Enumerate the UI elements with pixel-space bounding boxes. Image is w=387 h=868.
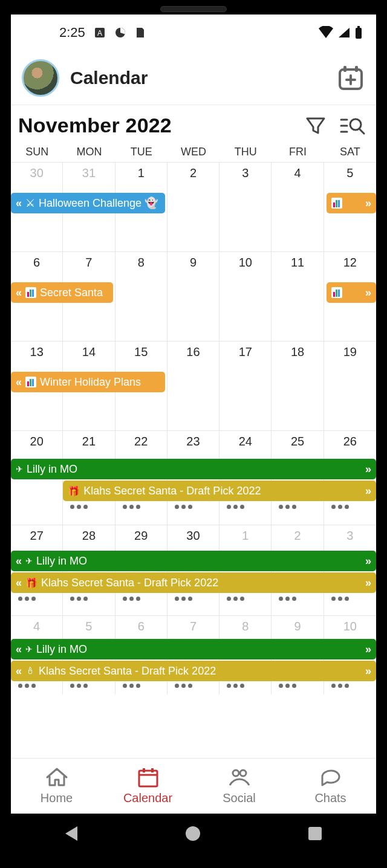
day-number: 10 — [324, 620, 376, 633]
event-orange-continue[interactable]: » — [327, 282, 376, 303]
day-number: 4 — [272, 166, 323, 180]
add-calendar-icon[interactable] — [336, 63, 365, 92]
day-cell[interactable]: 19 — [324, 342, 376, 430]
airplane-icon: ✈ — [25, 556, 33, 566]
filter-icon[interactable] — [305, 115, 327, 137]
tab-calendar[interactable]: Calendar — [102, 759, 194, 814]
home-icon — [45, 767, 69, 788]
more-events-row — [11, 684, 376, 688]
tab-social[interactable]: Social — [194, 759, 285, 814]
more-dots[interactable] — [63, 505, 115, 509]
tab-label: Social — [223, 791, 255, 805]
more-dots[interactable] — [220, 597, 272, 601]
more-dots[interactable] — [63, 597, 115, 601]
bottom-tabs: Home Calendar Social Chats — [11, 758, 376, 814]
search-list-icon[interactable] — [339, 115, 365, 137]
avatar[interactable] — [22, 59, 59, 97]
event-lilly[interactable]: ✈ Lilly in MO » — [11, 459, 376, 479]
event-halloween[interactable]: « ⚔ Halloween Challenge 👻 — [11, 193, 165, 213]
weekday-mon: MON — [63, 146, 115, 158]
day-cell[interactable]: 2 — [167, 163, 220, 251]
event-winter-holiday[interactable]: « Winter Holiday Plans — [11, 372, 165, 392]
event-orange-continue[interactable]: » — [327, 193, 376, 213]
more-dots[interactable] — [272, 684, 324, 688]
svg-rect-3 — [356, 28, 362, 39]
more-dots[interactable] — [324, 684, 376, 688]
more-dots[interactable] — [220, 505, 272, 509]
week-row: 13 14 15 16 17 18 19 « Winter Holiday Pl… — [11, 342, 376, 431]
chevron-right-icon: » — [365, 197, 371, 210]
more-dots[interactable] — [167, 597, 220, 601]
page-title: Calendar — [70, 68, 325, 88]
event-label: Halloween Challenge 👻 — [39, 196, 158, 210]
app-header: Calendar — [11, 51, 376, 105]
more-dots[interactable] — [115, 684, 167, 688]
day-cell[interactable]: 4 — [272, 163, 324, 251]
event-klahs[interactable]: 🎁 Klahs Secret Santa - Draft Pick 2022 » — [63, 481, 376, 501]
more-dots[interactable] — [11, 684, 63, 688]
svg-point-12 — [233, 770, 239, 776]
chevron-left-icon: « — [16, 665, 22, 678]
more-dots[interactable] — [115, 597, 167, 601]
month-title[interactable]: November 2022 — [18, 114, 293, 137]
day-cell[interactable]: 10 — [220, 252, 272, 341]
nav-back-icon[interactable] — [65, 826, 77, 841]
weekday-thu: THU — [220, 146, 272, 158]
more-dots[interactable] — [272, 505, 324, 509]
day-number: 2 — [167, 166, 219, 180]
more-dots[interactable] — [63, 684, 115, 688]
day-number: 27 — [11, 529, 62, 543]
chevron-left-icon: « — [16, 555, 22, 568]
day-cell[interactable]: 8 — [115, 252, 167, 341]
weekday-tue: TUE — [115, 146, 167, 158]
day-cell[interactable]: 16 — [167, 342, 220, 430]
more-dots[interactable] — [115, 505, 167, 509]
week-row: 4 5 6 7 8 9 10 « ✈ Lilly in MO » « 🕯 — [11, 616, 376, 695]
more-dots[interactable] — [220, 684, 272, 688]
nav-home-icon[interactable] — [186, 826, 200, 841]
tab-chats[interactable]: Chats — [285, 759, 376, 814]
day-number: 8 — [220, 620, 271, 633]
day-cell[interactable]: 9 — [167, 252, 220, 341]
day-number: 9 — [272, 620, 323, 633]
svg-rect-9 — [139, 771, 157, 786]
day-cell[interactable]: 3 — [220, 163, 272, 251]
day-number: 30 — [11, 166, 62, 180]
more-dots[interactable] — [324, 505, 376, 509]
day-number: 11 — [272, 256, 323, 270]
month-row: November 2022 — [11, 105, 376, 143]
more-dots[interactable] — [324, 597, 376, 601]
chevron-right-icon: » — [365, 485, 371, 497]
weekday-wed: WED — [167, 146, 220, 158]
day-number: 3 — [324, 529, 376, 543]
week-row: 20 21 22 23 24 25 26 ✈ Lilly in MO » 🎁 K… — [11, 431, 376, 525]
status-right — [318, 26, 363, 39]
day-cell[interactable]: 17 — [220, 342, 272, 430]
day-number: 13 — [11, 345, 62, 359]
day-cell[interactable]: 18 — [272, 342, 324, 430]
day-number: 9 — [167, 256, 219, 270]
day-number: 24 — [220, 435, 271, 449]
tab-home[interactable]: Home — [11, 759, 102, 814]
day-number: 22 — [115, 435, 167, 449]
event-lilly[interactable]: « ✈ Lilly in MO » — [11, 639, 376, 659]
event-secret-santa[interactable]: « Secret Santa — [11, 282, 113, 303]
chevron-right-icon: » — [365, 643, 371, 656]
event-lilly[interactable]: « ✈ Lilly in MO » — [11, 551, 376, 571]
more-events-row — [11, 597, 376, 601]
tab-label: Calendar — [123, 791, 172, 805]
more-dots[interactable] — [272, 597, 324, 601]
day-number: 23 — [167, 435, 219, 449]
status-bar: 2:25 A — [11, 15, 376, 51]
calendar-icon — [136, 767, 160, 788]
day-number: 18 — [272, 345, 323, 359]
event-klahs[interactable]: « 🎁 Klahs Secret Santa - Draft Pick 2022… — [11, 572, 376, 593]
more-dots[interactable] — [11, 597, 63, 601]
more-dots[interactable] — [167, 505, 220, 509]
chevron-right-icon: » — [365, 287, 371, 299]
more-dots[interactable] — [167, 684, 220, 688]
nav-recents-icon[interactable] — [308, 827, 322, 840]
day-cell[interactable]: 11 — [272, 252, 324, 341]
day-number: 26 — [324, 435, 376, 449]
event-klahs[interactable]: « 🕯 Klahs Secret Santa - Draft Pick 2022… — [11, 661, 376, 681]
